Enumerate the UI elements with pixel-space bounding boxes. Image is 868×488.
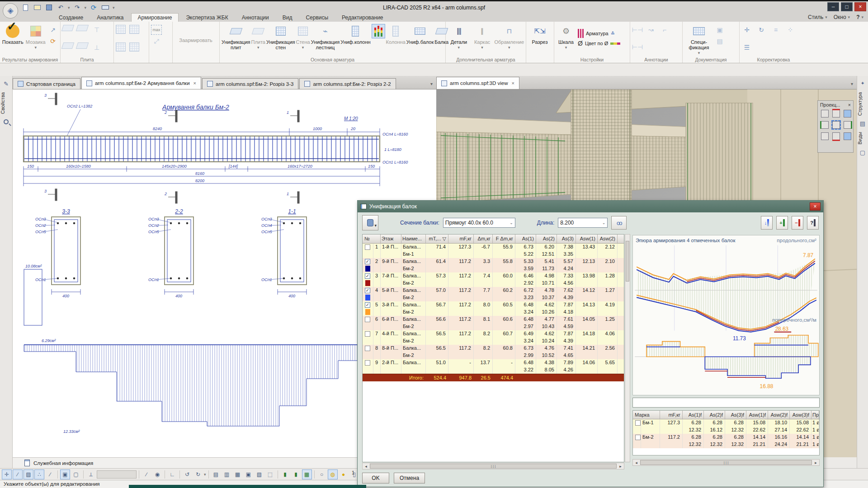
row-checkbox[interactable] [365,244,370,250]
add-mark-button[interactable]: + [776,216,788,230]
column-header[interactable]: Asw(2)f [768,411,790,419]
window-menu[interactable]: Окно▾ [834,14,850,20]
clamp-icon[interactable]: ▣ [60,469,70,479]
column-header[interactable]: As(3) [557,235,576,243]
section-combobox[interactable]: Прямоуг 40.0x 60.0⌄ [443,218,515,228]
slab-button[interactable]: Плита▾ [251,23,265,56]
proj-current-icon[interactable] [832,121,840,129]
sheet-frame-icon[interactable]: ▣ [714,25,725,35]
marker-icon[interactable]: ⌐ [659,25,670,35]
checkbox-cell[interactable] [363,316,373,323]
checkbox-cell[interactable] [363,330,373,338]
proj-right-icon[interactable] [844,121,851,129]
save-button[interactable] [44,4,53,12]
camera-icon[interactable]: ✦ [859,80,866,88]
marks-hscrollbar[interactable]: ◂ | | | ▸ [632,459,820,466]
checkbox-cell[interactable] [363,359,373,366]
ribbon-tab[interactable]: Сервисы [299,14,335,22]
ok-button[interactable]: OK [362,473,389,483]
wall-z1-icon[interactable] [116,42,126,52]
arrow-tool-button[interactable]: ↗ [47,25,58,35]
dialog-close-button[interactable]: × [810,202,821,211]
framing-button[interactable]: ⊓Обрамление▾ [494,23,524,56]
table-row[interactable]: 88-й П...Балка...56.5117.28.260.86.734.7… [363,345,624,359]
checkbox-cell[interactable] [363,244,373,251]
proj-axon-icon[interactable] [844,132,851,140]
sync-button[interactable]: ⟳ [89,4,98,12]
align-icon[interactable]: ≡ [770,25,781,35]
mark-name-input[interactable] [632,398,820,408]
details-button[interactable]: |||Детали▾ [448,23,470,56]
unclamp-icon[interactable]: ▢ [71,469,81,479]
table-row[interactable]: 92-й П...Балка...51.0-13.7-6.484.387.891… [363,359,624,374]
column-header[interactable]: Δm,кг [474,235,493,243]
close-tab-icon[interactable]: × [193,80,196,86]
tab-beam-drawing[interactable]: arm columns.spf:Бм-2 Армування балки× [81,77,201,89]
ribbon-tab[interactable]: Редактирование [335,14,389,22]
sheet-icon[interactable]: ▢ [859,149,866,156]
table-row[interactable]: ✓37-й П...Балка...57.3117.27.460.06.464.… [363,272,624,287]
table-row[interactable]: ✓45-й П...Балка...57.0117.27.760.26.724.… [363,287,624,301]
redo-button[interactable]: ↷ [73,4,82,12]
app-logo-icon[interactable]: ◈ [3,3,18,19]
column-header[interactable]: mF,кг [660,411,683,419]
view-solid-icon[interactable]: ▤ [211,469,221,479]
scroll-thumb[interactable]: | | | [370,464,617,469]
row-checkbox[interactable] [365,346,370,351]
proj-iso-icon[interactable] [821,110,829,117]
new-file-button[interactable] [21,4,30,12]
minimize-button[interactable]: – [827,2,839,11]
column-header[interactable]: № [363,235,381,243]
move-points-icon[interactable]: ⁘ [785,25,796,35]
magnifier-icon[interactable] [4,119,9,124]
proj-bottom-icon[interactable] [832,132,840,140]
cage-button[interactable]: ∥Каркас▾ [471,23,494,56]
row-checkbox[interactable]: ✓ [365,302,370,308]
scroll-thumb[interactable]: | | | [640,460,812,465]
query-mark-button[interactable]: ? [807,216,819,230]
plate-t-icon[interactable]: ⊤ [91,25,102,35]
pen-icon[interactable]: ∕ [142,469,151,479]
chevron-down-icon[interactable]: ▾ [204,472,206,477]
checkbox-cell[interactable]: ✓ [363,301,373,309]
column-header[interactable]: As(3)f [725,411,746,419]
resize-button[interactable]: ⤢ [151,36,162,46]
title-bar[interactable]: LIRA-CAD 2025 R2 x64 - arm columns.spf ◈… [0,1,868,14]
plate-x-icon[interactable] [61,25,75,31]
checkbox-cell[interactable] [633,434,641,441]
rebar-view-1-icon[interactable]: ▮ [280,469,290,479]
column-header[interactable]: Asw(3)f [790,411,811,419]
column-header[interactable]: As(1)f [683,411,704,419]
unify-slabs-button[interactable]: Унификация плит [222,23,250,56]
plate-y2-icon[interactable] [76,42,89,49]
scale-button[interactable]: ⚙Шкала▾ [556,23,576,56]
views-tab[interactable]: Виды [857,132,868,145]
title-block-icon[interactable]: ▤ [714,36,725,46]
spline-icon[interactable]: ↝ [646,25,656,35]
view-hidden-icon[interactable]: ▦ [233,469,243,479]
show-on-model-button[interactable]: oo [611,216,627,230]
thermometer-button[interactable]: ↓ [761,216,773,230]
column-header[interactable]: Этаж [381,235,401,243]
dialog-title-bar[interactable]: Унификация балок × [358,201,823,212]
bulb-frame-icon[interactable]: ◍ [328,469,338,479]
qat-more-dropdown[interactable]: ▾ [113,5,115,10]
tab-start-page[interactable]: Стартовая страница [13,78,80,89]
scroll-thumb[interactable] [626,241,629,282]
maximize-button[interactable]: □ [841,2,853,11]
row-checkbox[interactable] [635,435,641,440]
list-edit-icon[interactable]: ☰ [741,42,752,52]
proj-back-icon[interactable] [821,132,829,140]
wall-z2-icon[interactable] [129,42,139,52]
column-header[interactable]: mF,кг [448,235,474,243]
center-target-icon[interactable]: ◉ [152,469,162,479]
max-values-button[interactable]: max [151,25,162,35]
column-diagram-button[interactable] [372,23,385,56]
proj-left-icon[interactable] [821,121,829,129]
table-row[interactable]: 74-й П...Балка...56.5117.28.260.76.494.6… [363,330,624,345]
undo-dropdown[interactable]: ▾ [68,5,70,10]
scroll-left-icon[interactable]: ◂ [633,460,640,465]
marks-table-row[interactable]: Бм-1127.36.286.286.2815.0818.1015.081 ø1… [633,419,819,434]
rotate-copy-icon[interactable]: ↻ [756,25,767,35]
bulb-off-icon[interactable]: ○ [317,469,327,479]
